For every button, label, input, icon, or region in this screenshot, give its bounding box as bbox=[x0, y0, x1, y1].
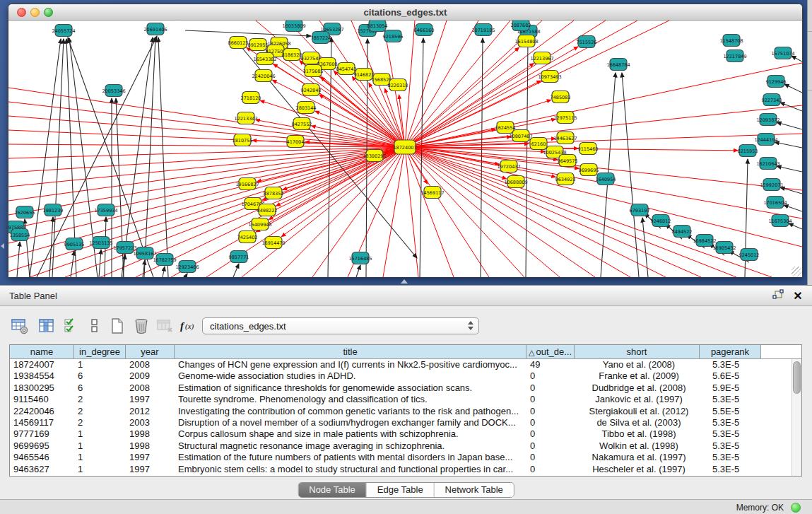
graph-node[interactable]: 15409948 bbox=[248, 218, 271, 230]
graph-node[interactable]: 16210643 bbox=[756, 158, 779, 170]
graph-node[interactable]: 22420046 bbox=[252, 70, 275, 82]
graph-node[interactable]: 12923466 bbox=[175, 261, 199, 273]
table-row[interactable]: 1872400712008Changes of HCN gene express… bbox=[10, 359, 792, 370]
graph-node[interactable]: 8427552 bbox=[292, 118, 312, 130]
table-row[interactable]: 1456911722003Disruption of a novel membe… bbox=[10, 417, 792, 428]
graph-node[interactable]: 8220318 bbox=[388, 79, 408, 91]
graph-node[interactable]: 15716485 bbox=[348, 252, 372, 264]
graph-node[interactable]: 12213967 bbox=[530, 52, 553, 64]
table-row[interactable]: 911546021997Tourette syndrome. Phenomeno… bbox=[10, 394, 792, 405]
graph-node[interactable]: 8494522 bbox=[672, 226, 693, 238]
graph-node[interactable]: 14569117 bbox=[420, 187, 444, 199]
table-row[interactable]: 1938455462009Genome-wide association stu… bbox=[10, 370, 792, 382]
graph-node[interactable]: 7857224 bbox=[311, 32, 331, 44]
graph-node[interactable]: 16543382 bbox=[253, 53, 276, 65]
column-header-in-degree[interactable]: in_degree bbox=[74, 345, 126, 358]
graph-node[interactable]: 15992071 bbox=[760, 179, 783, 191]
graph-node[interactable]: 19720437 bbox=[497, 160, 520, 173]
graph-node[interactable]: 16033809 bbox=[282, 21, 305, 32]
table-row[interactable]: 2242004622012Investigating the contribut… bbox=[10, 406, 792, 417]
graph-node[interactable]: 2803144 bbox=[296, 102, 317, 114]
graph-node[interactable]: 16905432 bbox=[712, 242, 736, 254]
float-panel-icon[interactable] bbox=[771, 289, 785, 303]
graph-node[interactable]: 12503135 bbox=[89, 237, 112, 249]
column-header-short[interactable]: short bbox=[575, 345, 700, 358]
delete-table-icon[interactable] bbox=[155, 316, 175, 336]
table-selector-dropdown[interactable]: citations_edges.txt bbox=[202, 317, 479, 334]
graph-node[interactable]: 2620655 bbox=[15, 206, 35, 218]
graph-node[interactable]: 9218596 bbox=[383, 30, 404, 42]
graph-node[interactable]: 17359934 bbox=[94, 204, 117, 216]
graph-node[interactable]: 18300295 bbox=[363, 150, 386, 162]
graph-node[interactable]: 9699695 bbox=[579, 164, 599, 176]
graph-node[interactable]: 10807487 bbox=[509, 130, 532, 142]
graph-node[interactable]: 7425402 bbox=[237, 231, 258, 243]
graph-node[interactable]: 9245012 bbox=[739, 249, 760, 261]
graph-node[interactable]: 62160 bbox=[530, 138, 547, 150]
delete-rows-icon[interactable] bbox=[131, 316, 151, 336]
graph-node[interactable]: 9649575 bbox=[558, 155, 578, 167]
column-header-title[interactable]: title bbox=[175, 345, 526, 358]
graph-node[interactable]: 12217849 bbox=[723, 50, 746, 62]
network-window-titlebar[interactable]: citations_edges.txt bbox=[8, 4, 802, 21]
table-row[interactable]: 1830029562008Estimation of significance … bbox=[10, 382, 792, 394]
graph-node[interactable]: 6793197 bbox=[630, 204, 650, 216]
new-table-icon[interactable] bbox=[107, 316, 127, 336]
graph-hub-node[interactable]: 18724007 bbox=[393, 140, 416, 154]
graph-node[interactable]: 10973493 bbox=[538, 71, 561, 83]
tab-edge-table[interactable]: Edge Table bbox=[367, 483, 435, 497]
table-row[interactable]: 977716911998Corpus callosum shape and si… bbox=[10, 428, 792, 440]
graph-node[interactable]: 1810755 bbox=[233, 134, 253, 146]
graph-node[interactable]: 16648784 bbox=[606, 59, 630, 71]
column-header-pagerank[interactable]: pagerank bbox=[700, 345, 761, 358]
graph-node[interactable]: 9905135 bbox=[64, 238, 85, 250]
graph-node[interactable]: 7485083 bbox=[551, 91, 571, 103]
graph-node[interactable]: 9857771 bbox=[229, 251, 249, 263]
graph-node[interactable]: 12444194 bbox=[754, 134, 777, 146]
table-row[interactable]: 969969511998Structural magnetic resonanc… bbox=[10, 440, 792, 452]
column-header-year[interactable]: year bbox=[126, 345, 175, 358]
graph-node[interactable]: 19166827 bbox=[235, 178, 259, 190]
graph-node[interactable]: 2718120 bbox=[241, 92, 261, 104]
table-row[interactable]: 946362711997Embryonic stem cells: a mode… bbox=[10, 464, 792, 475]
splitter-handle[interactable] bbox=[401, 279, 408, 284]
scrollbar-thumb[interactable] bbox=[793, 361, 801, 394]
vertical-scrollbar[interactable] bbox=[792, 359, 801, 476]
graph-node[interactable]: 17016504 bbox=[763, 197, 787, 209]
graph-node[interactable]: 9634923 bbox=[555, 173, 576, 185]
graph-node[interactable]: 10719185 bbox=[471, 24, 495, 36]
graph-node[interactable]: 417004 bbox=[287, 136, 305, 148]
graph-node[interactable]: 10688809 bbox=[504, 176, 527, 188]
graph-node[interactable]: 16914479 bbox=[261, 237, 285, 249]
graph-node[interactable]: 1358554 bbox=[10, 229, 30, 241]
graph-node[interactable]: 16782759 bbox=[153, 254, 176, 266]
graph-node[interactable]: 16154808 bbox=[514, 35, 538, 47]
graph-node[interactable]: 24055724 bbox=[52, 25, 75, 37]
graph-node[interactable]: 1640954 bbox=[596, 173, 616, 185]
graph-node[interactable]: 20691406 bbox=[143, 23, 167, 35]
graph-node[interactable]: 12213343 bbox=[234, 112, 257, 124]
function-builder-icon[interactable]: f(x) bbox=[178, 316, 198, 336]
close-panel-icon[interactable]: ✕ bbox=[791, 289, 805, 303]
network-canvas[interactable]: 2405572420691406106532871527602646616010… bbox=[8, 21, 802, 277]
table-row[interactable]: 946554611997Estimation of the future num… bbox=[10, 452, 792, 463]
graph-node[interactable]: 15751074 bbox=[771, 47, 794, 59]
tab-network-table[interactable]: Network Table bbox=[435, 483, 514, 497]
table-settings-icon[interactable] bbox=[10, 316, 30, 336]
graph-node[interactable]: 8813054 bbox=[367, 21, 388, 32]
graph-node[interactable]: 8215953 bbox=[738, 145, 758, 157]
graph-node[interactable]: 8660123 bbox=[228, 37, 249, 49]
graph-node[interactable]: 14463627 bbox=[553, 132, 577, 144]
collapse-left-panel-icon[interactable] bbox=[1, 243, 4, 249]
graph-node[interactable]: 12975115 bbox=[553, 112, 577, 124]
graph-node[interactable]: 9227343 bbox=[762, 94, 782, 106]
graph-node[interactable]: 12093872 bbox=[756, 114, 779, 126]
graph-node[interactable]: 8498222 bbox=[257, 204, 278, 216]
column-header-name[interactable]: name bbox=[10, 345, 74, 358]
graph-node[interactable]: 9115460 bbox=[578, 143, 599, 155]
graph-node[interactable]: 9242848 bbox=[301, 84, 322, 96]
graph-node[interactable]: 1981239 bbox=[43, 204, 64, 216]
window-resize-grip[interactable] bbox=[792, 267, 801, 276]
graph-node[interactable]: 11675304 bbox=[768, 215, 792, 227]
tab-node-table[interactable]: Node Table bbox=[298, 483, 367, 497]
